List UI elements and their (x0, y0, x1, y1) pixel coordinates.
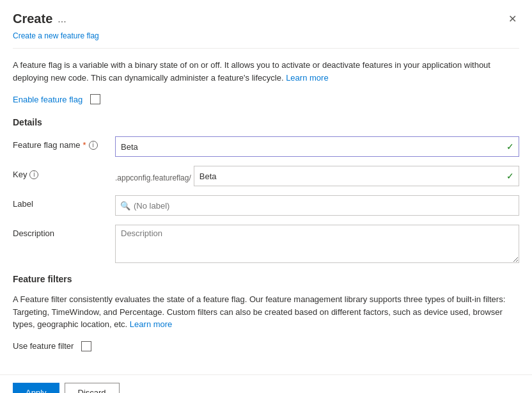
key-field-wrapper: .appconfig.featureflag/ ✓ (115, 166, 519, 186)
label-search-icon: 🔍 (120, 201, 130, 211)
use-filter-row: Use feature filter (13, 341, 519, 351)
description-learn-more-link[interactable]: Learn more (286, 73, 328, 83)
key-info-icon[interactable]: i (29, 170, 38, 179)
feature-flag-name-info-icon[interactable]: i (89, 141, 98, 150)
feature-flag-name-label: Feature flag name * i (13, 136, 115, 150)
close-icon[interactable]: ✕ (506, 10, 519, 28)
feature-flag-description: A feature flag is a variable with a bina… (13, 59, 519, 84)
filters-description-text: A Feature filter consistently evaluates … (13, 294, 505, 329)
feature-flag-name-row: Feature flag name * i ✓ (13, 136, 519, 157)
use-filter-label: Use feature filter (13, 341, 74, 351)
panel-body: A feature flag is a variable with a bina… (0, 49, 532, 374)
required-star: * (83, 140, 86, 150)
panel-header: Create ... ✕ (0, 0, 532, 30)
label-field-wrapper: 🔍 (115, 195, 519, 216)
discard-button[interactable]: Discard (65, 383, 120, 394)
feature-flag-name-check-icon: ✓ (506, 141, 514, 152)
feature-filters-section-title: Feature filters (13, 274, 519, 284)
enable-flag-row: Enable feature flag (13, 94, 519, 104)
enable-flag-checkbox[interactable] (90, 94, 100, 104)
feature-flag-name-input[interactable] (115, 136, 519, 157)
create-panel: Create ... ✕ Create a new feature flag A… (0, 0, 532, 393)
description-row: Description (13, 225, 519, 265)
description-field-wrapper (115, 225, 519, 265)
label-input[interactable] (115, 195, 519, 216)
key-input-container: ✓ (194, 166, 519, 186)
apply-button[interactable]: Apply (13, 383, 59, 394)
panel-footer: Apply Discard (0, 374, 532, 394)
feature-flag-name-field-wrapper: ✓ (115, 136, 519, 157)
panel-title: Create (13, 12, 52, 26)
key-row: Key i .appconfig.featureflag/ ✓ (13, 166, 519, 186)
label-label: Label (13, 195, 115, 209)
key-input[interactable] (194, 166, 519, 186)
label-row: Label 🔍 (13, 195, 519, 216)
enable-flag-label: Enable feature flag (13, 95, 82, 104)
more-icon[interactable]: ... (58, 13, 66, 25)
key-check-icon: ✓ (506, 171, 514, 181)
use-filter-checkbox[interactable] (81, 341, 91, 351)
filters-description: A Feature filter consistently evaluates … (13, 293, 519, 331)
key-label: Key i (13, 166, 115, 179)
description-input[interactable] (115, 225, 519, 263)
key-prefix: .appconfig.featureflag/ (115, 170, 194, 182)
details-section-title: Details (13, 117, 519, 127)
description-text-main: A feature flag is a variable with a bina… (13, 60, 490, 83)
filters-learn-more-link[interactable]: Learn more (130, 319, 172, 329)
description-label: Description (13, 225, 115, 238)
panel-subtitle[interactable]: Create a new feature flag (0, 30, 532, 48)
